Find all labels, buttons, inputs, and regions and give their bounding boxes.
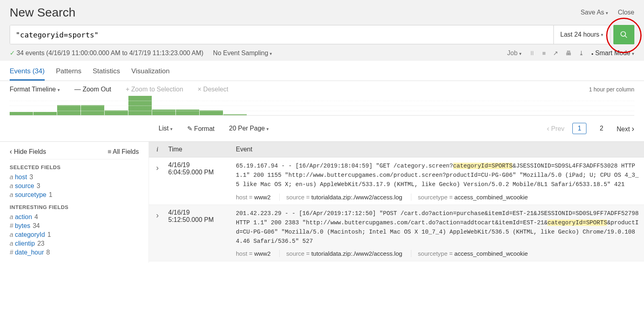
next-page[interactable]: Next — [617, 124, 634, 133]
field-name[interactable]: sourcetype — [15, 191, 46, 198]
hide-fields-button[interactable]: Hide Fields — [10, 147, 46, 156]
search-button-wrap — [613, 25, 634, 44]
field-count: 1 — [47, 231, 51, 238]
interesting-fields-list: aaction4#bytes34acategoryId1aclientip23#… — [10, 213, 139, 257]
list-icon — [107, 148, 111, 155]
zoom-selection-button[interactable]: + Zoom to Selection — [126, 86, 183, 93]
field-name[interactable]: action — [15, 213, 32, 220]
page-2[interactable]: 2 — [594, 123, 609, 134]
meta-host[interactable]: host = www2 — [236, 194, 270, 201]
selected-fields-title: SELECTED FIELDS — [10, 164, 139, 170]
event-row: 4/16/196:04:59.000 PM65.19.167.94 - - [1… — [149, 157, 644, 205]
search-input[interactable] — [10, 25, 553, 44]
field-type: a — [10, 174, 13, 180]
field-count: 34 — [33, 222, 40, 229]
search-bar: Last 24 hours — [10, 25, 610, 44]
field-name[interactable]: host — [15, 174, 27, 180]
sampling-menu[interactable]: No Event Sampling — [213, 50, 272, 57]
close-button[interactable]: Close — [618, 9, 634, 16]
share-icon[interactable]: ↗ — [553, 50, 558, 57]
meta-sourcetype[interactable]: sourcetype = access_combined_wcookie — [411, 194, 528, 201]
field-name[interactable]: bytes — [15, 222, 30, 229]
field-row[interactable]: #date_hour8 — [10, 248, 139, 257]
search-button[interactable] — [613, 25, 634, 44]
field-count: 23 — [37, 240, 45, 247]
tab-statistics[interactable]: Statistics — [93, 64, 120, 81]
meta-host[interactable]: host = www2 — [236, 250, 270, 257]
field-count: 8 — [46, 249, 50, 256]
event-row: 4/16/195:12:50.000 PM201.42.223.29 - - [… — [149, 205, 644, 262]
per-page-menu[interactable]: 20 Per Page — [229, 125, 269, 132]
event-time: 4/16/196:04:59.000 PM — [166, 161, 233, 201]
fields-header: Hide Fields All Fields — [10, 147, 139, 159]
col-info[interactable]: i — [149, 142, 166, 157]
job-menu[interactable]: Job — [507, 50, 522, 57]
expand-event-button[interactable] — [149, 161, 166, 201]
field-type: a — [10, 182, 13, 189]
chevron-right-icon — [156, 213, 159, 219]
smart-mode-menu[interactable]: Smart Mode — [591, 50, 634, 57]
event-raw[interactable]: 65.19.167.94 - - [16/Apr/2019:18:04:59] … — [236, 161, 639, 190]
field-name[interactable]: source — [15, 182, 34, 189]
field-row[interactable]: aaction4 — [10, 213, 139, 221]
events-table-body: 4/16/196:04:59.000 PM65.19.167.94 - - [1… — [149, 157, 644, 261]
field-row[interactable]: aclientip23 — [10, 239, 139, 248]
fields-panel: Hide Fields All Fields SELECTED FIELDS a… — [0, 142, 149, 263]
interesting-fields-title: INTERESTING FIELDS — [10, 204, 139, 210]
deselect-button[interactable]: × Deselect — [198, 86, 228, 93]
field-type: a — [10, 240, 13, 247]
all-fields-button[interactable]: All Fields — [107, 148, 139, 155]
field-count: 3 — [37, 182, 40, 189]
col-event[interactable]: Event — [233, 142, 644, 157]
event-body: 201.42.223.29 - - [16/Apr/2019:17:12:50]… — [233, 209, 644, 257]
field-row[interactable]: asource3 — [10, 182, 139, 190]
save-as-menu[interactable]: Save As — [580, 9, 608, 16]
event-time: 4/16/195:12:50.000 PM — [166, 209, 233, 257]
status-right: Job ⏸ ■ ↗ 🖶 ⤓ Smart Mode — [507, 50, 634, 57]
zoom-out-button[interactable]: — Zoom Out — [74, 86, 111, 93]
wand-icon — [187, 125, 192, 132]
chevron-right-icon — [632, 126, 634, 132]
events-table: i Time Event 4/16/196:04:59.000 PM65.19.… — [149, 142, 644, 263]
tab-visualization[interactable]: Visualization — [131, 64, 169, 81]
search-row: Last 24 hours — [10, 25, 634, 44]
stop-icon[interactable]: ■ — [542, 50, 546, 56]
list-view-menu[interactable]: List — [159, 125, 173, 132]
field-name[interactable]: date_hour — [15, 249, 44, 256]
title-row: New Search Save As Close — [10, 6, 634, 19]
prev-page[interactable]: Prev — [547, 124, 564, 133]
svg-line-1 — [625, 36, 627, 38]
field-row[interactable]: acategoryId1 — [10, 230, 139, 239]
check-icon: ✓ — [10, 50, 15, 56]
chevron-left-icon — [10, 148, 12, 155]
tab-events[interactable]: Events (34) — [10, 64, 45, 81]
selected-fields-list: ahost3asource3asourcetype1 — [10, 173, 139, 199]
tab-patterns[interactable]: Patterns — [56, 64, 81, 81]
chevron-right-icon — [156, 165, 159, 172]
format-timeline-menu[interactable]: Format Timeline — [10, 86, 60, 93]
timeline-granularity: 1 hour per column — [589, 86, 634, 93]
field-row[interactable]: asourcetype1 — [10, 190, 139, 199]
timerange-picker[interactable]: Last 24 hours — [553, 25, 610, 44]
pause-icon[interactable]: ⏸ — [529, 50, 535, 56]
page-1[interactable]: 1 — [572, 123, 586, 134]
field-name[interactable]: categoryId — [15, 231, 45, 238]
timeline-chart[interactable] — [0, 95, 644, 116]
field-type: # — [10, 222, 13, 229]
field-name[interactable]: clientip — [15, 240, 35, 247]
page-title: New Search — [10, 6, 75, 19]
meta-source[interactable]: source = tutorialdata.zip:./www2/access.… — [279, 194, 402, 201]
event-raw[interactable]: 201.42.223.29 - - [16/Apr/2019:17:12:50]… — [236, 209, 639, 246]
col-time[interactable]: Time — [166, 142, 233, 157]
download-icon[interactable]: ⤓ — [579, 50, 584, 57]
print-icon[interactable]: 🖶 — [566, 50, 572, 56]
field-count: 1 — [49, 191, 52, 198]
field-row[interactable]: #bytes34 — [10, 221, 139, 230]
field-type: # — [10, 249, 13, 256]
meta-source[interactable]: source = tutorialdata.zip:./www2/access.… — [279, 250, 402, 257]
field-row[interactable]: ahost3 — [10, 173, 139, 182]
expand-event-button[interactable] — [149, 209, 166, 257]
format-button[interactable]: Format — [187, 125, 215, 132]
top-bar: New Search Save As Close Last 24 hours ✓… — [0, 0, 644, 61]
meta-sourcetype[interactable]: sourcetype = access_combined_wcookie — [411, 250, 528, 257]
